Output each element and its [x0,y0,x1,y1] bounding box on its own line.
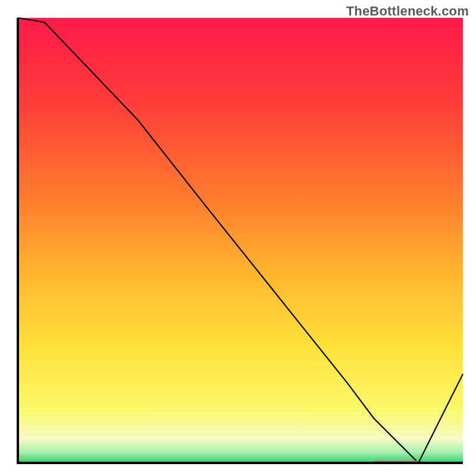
chart-plot-area [17,17,464,464]
chart-container: TheBottleneck.com [0,0,476,476]
chart-background [18,18,463,463]
chart-svg [17,17,464,464]
watermark-text: TheBottleneck.com [346,4,469,19]
